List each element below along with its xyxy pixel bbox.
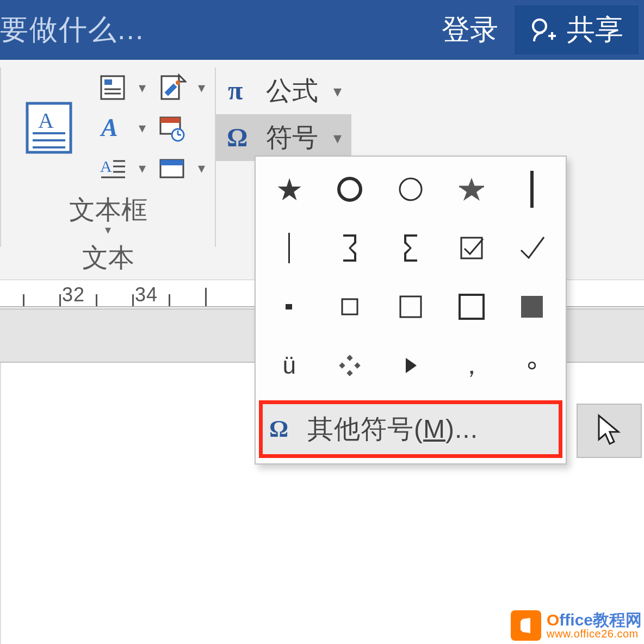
text-group-label-text: 文本 bbox=[82, 240, 134, 275]
svg-rect-43 bbox=[339, 362, 345, 368]
svg-text:π: π bbox=[228, 76, 243, 106]
checkmark-icon bbox=[517, 233, 547, 263]
square-small-icon bbox=[339, 296, 361, 318]
watermark-badge bbox=[511, 610, 541, 641]
date-time-button[interactable] bbox=[150, 108, 194, 148]
symbol-cell[interactable] bbox=[259, 277, 320, 336]
symbol-cell[interactable] bbox=[441, 160, 502, 219]
text-group: A ▾ bbox=[1, 64, 215, 280]
square-filled-icon bbox=[519, 294, 545, 320]
svg-point-47 bbox=[529, 362, 535, 369]
mini-grid: ▾ ▾ A bbox=[91, 67, 209, 188]
svg-rect-44 bbox=[355, 362, 361, 368]
title-right: 登录 共享 bbox=[431, 5, 639, 54]
symbol-cell[interactable] bbox=[380, 277, 441, 336]
share-button[interactable]: 共享 bbox=[515, 5, 639, 54]
bracket-left-icon bbox=[401, 232, 420, 264]
svg-text:Ω: Ω bbox=[227, 123, 247, 152]
dropcap-icon: A bbox=[98, 153, 127, 183]
symbol-cell[interactable]: ， bbox=[441, 336, 502, 395]
quick-parts-button[interactable] bbox=[91, 67, 134, 108]
watermark-url: www.office26.com bbox=[547, 628, 642, 639]
omega-icon: Ω bbox=[226, 122, 256, 153]
symbol-cell[interactable] bbox=[441, 219, 502, 277]
symbol-cell[interactable] bbox=[320, 160, 381, 219]
symbol-popup: ★ bbox=[255, 156, 567, 465]
svg-rect-38 bbox=[342, 299, 357, 314]
share-icon bbox=[530, 16, 557, 44]
symbol-cell[interactable]: ★ bbox=[259, 160, 320, 219]
text-group-label: 文本 bbox=[82, 240, 134, 275]
symbol-cell[interactable] bbox=[501, 277, 562, 336]
svg-marker-46 bbox=[406, 358, 417, 373]
svg-rect-27 bbox=[160, 160, 183, 165]
circle-thin-icon bbox=[397, 176, 424, 203]
ruler-mark: 32 bbox=[62, 283, 78, 306]
dropdown-arrow-icon[interactable]: ▾ bbox=[333, 82, 342, 101]
symbol-cell[interactable] bbox=[501, 336, 562, 395]
ruler-mark: 34 bbox=[135, 283, 151, 306]
symbol-button[interactable]: Ω 符号 ▾ bbox=[216, 114, 351, 161]
symbol-cell[interactable] bbox=[501, 160, 562, 219]
symbol-cell[interactable] bbox=[380, 336, 441, 395]
svg-rect-34 bbox=[530, 171, 534, 208]
svg-rect-17 bbox=[160, 117, 180, 123]
circle-thick-icon bbox=[336, 176, 363, 203]
cursor-indicator bbox=[577, 404, 642, 458]
more-symbols-label: 其他符号(M)... bbox=[307, 412, 478, 447]
signin-link[interactable]: 登录 bbox=[431, 11, 509, 49]
dropdown-arrow-icon[interactable]: ▾ bbox=[134, 120, 150, 137]
symbol-cell[interactable] bbox=[380, 219, 441, 277]
svg-marker-13 bbox=[179, 75, 185, 82]
textbox-button[interactable]: A bbox=[7, 84, 91, 171]
symbol-cell[interactable] bbox=[320, 277, 381, 336]
svg-rect-37 bbox=[286, 304, 292, 309]
wordart-icon: A bbox=[98, 113, 127, 143]
equation-button[interactable]: π 公式 ▾ bbox=[216, 67, 351, 114]
dropdown-arrow-icon[interactable]: ▾ bbox=[333, 128, 342, 147]
svg-marker-32 bbox=[459, 178, 484, 201]
dropcap-button[interactable]: A bbox=[91, 148, 134, 188]
symbol-grid: ★ bbox=[256, 157, 566, 398]
object-button[interactable] bbox=[150, 148, 194, 188]
textbox-label-text: 文本框 bbox=[69, 193, 147, 227]
svg-rect-45 bbox=[347, 370, 353, 376]
signature-button[interactable] bbox=[150, 67, 194, 108]
svg-point-31 bbox=[400, 178, 422, 200]
office-logo-icon bbox=[515, 615, 537, 636]
more-symbols-button[interactable]: Ω 其他符号(M)... bbox=[259, 400, 562, 458]
tell-me-box[interactable]: 要做什么... bbox=[0, 11, 144, 49]
symbol-cell[interactable]: ü bbox=[259, 336, 320, 395]
date-time-icon bbox=[157, 113, 187, 143]
diamond-cluster-icon bbox=[338, 354, 362, 377]
symbol-cell[interactable] bbox=[501, 219, 562, 277]
pi-icon: π bbox=[226, 76, 256, 106]
svg-rect-36 bbox=[461, 238, 482, 258]
svg-point-30 bbox=[339, 178, 361, 200]
svg-rect-40 bbox=[460, 295, 484, 319]
textbox-label: 文本框 bbox=[69, 193, 147, 227]
svg-text:A: A bbox=[100, 114, 118, 141]
svg-text:A: A bbox=[38, 108, 54, 133]
symbol-cell[interactable] bbox=[259, 219, 320, 277]
object-icon bbox=[157, 153, 187, 183]
wordart-button[interactable]: A bbox=[91, 108, 134, 148]
svg-rect-39 bbox=[400, 296, 421, 317]
square-large-icon bbox=[457, 293, 486, 321]
dropdown-arrow-icon[interactable]: ▾ bbox=[134, 79, 150, 96]
dropdown-arrow-icon[interactable]: ▾ bbox=[194, 160, 209, 177]
textbox-icon: A bbox=[22, 98, 76, 158]
symbol-cell[interactable] bbox=[380, 160, 441, 219]
star-filled-icon: ★ bbox=[276, 172, 303, 207]
symbol-cell[interactable] bbox=[320, 219, 381, 277]
svg-point-14 bbox=[176, 81, 180, 85]
svg-text:A: A bbox=[100, 157, 112, 175]
watermark-title-rest: ffice教程网 bbox=[559, 611, 642, 629]
dropdown-arrow-icon[interactable]: ▾ bbox=[134, 160, 150, 177]
svg-rect-35 bbox=[288, 233, 290, 263]
square-medium-icon bbox=[398, 294, 424, 320]
dropdown-arrow-icon[interactable]: ▾ bbox=[194, 79, 209, 96]
symbol-cell[interactable] bbox=[441, 277, 502, 336]
symbol-cell[interactable] bbox=[320, 336, 381, 395]
dropdown-arrow-icon[interactable]: ▾ bbox=[105, 223, 111, 237]
